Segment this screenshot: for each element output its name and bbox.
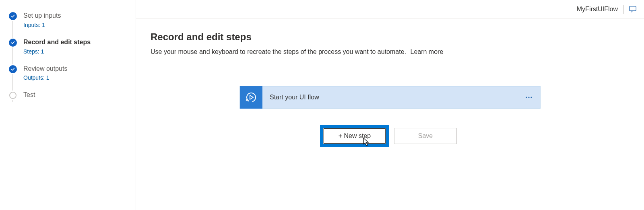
wizard-steps-list: Set up inputs Inputs: 1 Record and edit … <box>0 9 136 107</box>
step-sublabel: Steps: 1 <box>23 48 91 55</box>
sidebar-item-record-edit-steps[interactable]: Record and edit steps Steps: 1 <box>8 35 136 62</box>
action-buttons-row: + New step Save <box>151 128 630 144</box>
check-icon <box>8 38 18 47</box>
circle-icon <box>8 91 18 100</box>
sidebar-item-review-outputs[interactable]: Review outputs Outputs: 1 <box>8 62 136 89</box>
svg-point-3 <box>528 97 529 98</box>
svg-point-2 <box>526 97 527 98</box>
flow-name-label: MyFirstUIFlow <box>577 6 623 13</box>
more-icon[interactable] <box>518 86 540 109</box>
svg-rect-0 <box>630 6 636 10</box>
step-label: Set up inputs <box>23 12 61 20</box>
page-description: Use your mouse and keyboard to recreate … <box>151 48 630 56</box>
new-step-button[interactable]: + New step <box>323 128 386 144</box>
check-icon <box>8 64 18 74</box>
step-label: Test <box>23 91 35 99</box>
step-label: Review outputs <box>23 65 67 73</box>
flow-step-card[interactable]: Start your UI flow <box>239 86 541 109</box>
page-title: Record and edit steps <box>151 31 630 43</box>
step-sublabel: Outputs: 1 <box>23 74 67 81</box>
wizard-sidebar: Set up inputs Inputs: 1 Record and edit … <box>0 0 136 210</box>
learn-more-link[interactable]: Learn more <box>410 48 443 55</box>
description-text: Use your mouse and keyboard to recreate … <box>151 48 406 55</box>
svg-point-1 <box>245 91 257 103</box>
page-header: MyFirstUIFlow <box>136 0 644 19</box>
new-step-label: + New step <box>339 132 371 140</box>
sidebar-item-test[interactable]: Test <box>8 88 136 107</box>
flow-card-title: Start your UI flow <box>262 94 518 101</box>
save-label: Save <box>418 132 433 140</box>
save-button[interactable]: Save <box>394 128 457 144</box>
play-refresh-icon <box>240 86 262 109</box>
step-label: Record and edit steps <box>23 38 91 47</box>
step-sublabel: Inputs: 1 <box>23 22 61 28</box>
sidebar-item-set-up-inputs[interactable]: Set up inputs Inputs: 1 <box>8 9 136 35</box>
feedback-icon[interactable] <box>624 0 642 19</box>
check-icon <box>8 11 18 21</box>
svg-point-4 <box>530 97 532 98</box>
main-content: Record and edit steps Use your mouse and… <box>136 19 644 210</box>
